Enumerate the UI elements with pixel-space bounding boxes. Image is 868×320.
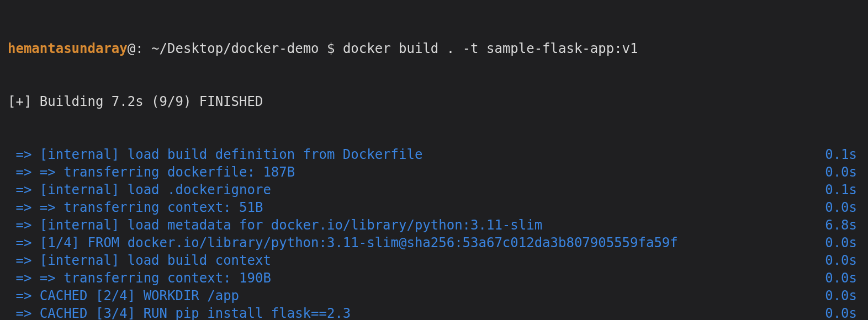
build-step-row: => => transferring context: 51B0.0s	[8, 199, 860, 216]
build-step-row: => [internal] load build context0.0s	[8, 252, 860, 269]
build-step-time: 0.0s	[825, 234, 860, 252]
prompt-line: hemantasundaray@: ~/Desktop/docker-demo …	[8, 40, 860, 57]
build-step-row: => [1/4] FROM docker.io/library/python:3…	[8, 234, 860, 252]
prompt-path: @: ~/Desktop/docker-demo $	[128, 41, 343, 56]
build-step-text: => => transferring dockerfile: 187B	[8, 163, 295, 181]
build-step-row: => => transferring context: 190B0.0s	[8, 269, 860, 287]
build-step-time: 0.0s	[825, 163, 860, 181]
build-step-text: => => transferring context: 51B	[8, 199, 263, 216]
build-steps: => [internal] load build definition from…	[8, 146, 860, 320]
build-step-time: 0.0s	[825, 269, 860, 287]
build-step-row: => CACHED [2/4] WORKDIR /app0.0s	[8, 287, 860, 305]
build-step-row: => [internal] load .dockerignore0.1s	[8, 181, 860, 199]
build-step-text: => [internal] load build definition from…	[8, 146, 422, 163]
build-status-line: [+] Building 7.2s (9/9) FINISHED	[8, 93, 860, 110]
build-step-text: => [1/4] FROM docker.io/library/python:3…	[8, 234, 678, 252]
build-step-text: => CACHED [2/4] WORKDIR /app	[8, 287, 239, 305]
build-step-time: 0.1s	[825, 146, 860, 163]
build-step-text: => CACHED [3/4] RUN pip install flask==2…	[8, 305, 351, 320]
build-step-row: => => transferring dockerfile: 187B0.0s	[8, 163, 860, 181]
build-step-time: 0.0s	[825, 287, 860, 305]
build-step-time: 0.1s	[825, 181, 860, 199]
prompt-user: hemantasundaray	[8, 41, 128, 56]
entered-command: docker build . -t sample-flask-app:v1	[343, 41, 638, 56]
build-step-text: => [internal] load .dockerignore	[8, 181, 271, 199]
build-step-row: => [internal] load build definition from…	[8, 146, 860, 163]
build-step-row: => CACHED [3/4] RUN pip install flask==2…	[8, 305, 860, 320]
build-step-text: => => transferring context: 190B	[8, 269, 271, 287]
build-step-row: => [internal] load metadata for docker.i…	[8, 216, 860, 234]
terminal-pane[interactable]: hemantasundaray@: ~/Desktop/docker-demo …	[0, 0, 868, 320]
build-step-text: => [internal] load metadata for docker.i…	[8, 216, 542, 234]
build-step-time: 0.0s	[825, 199, 860, 216]
build-step-time: 0.0s	[825, 252, 860, 269]
build-step-time: 6.8s	[825, 216, 860, 234]
build-step-text: => [internal] load build context	[8, 252, 271, 269]
build-step-time: 0.0s	[825, 305, 860, 320]
